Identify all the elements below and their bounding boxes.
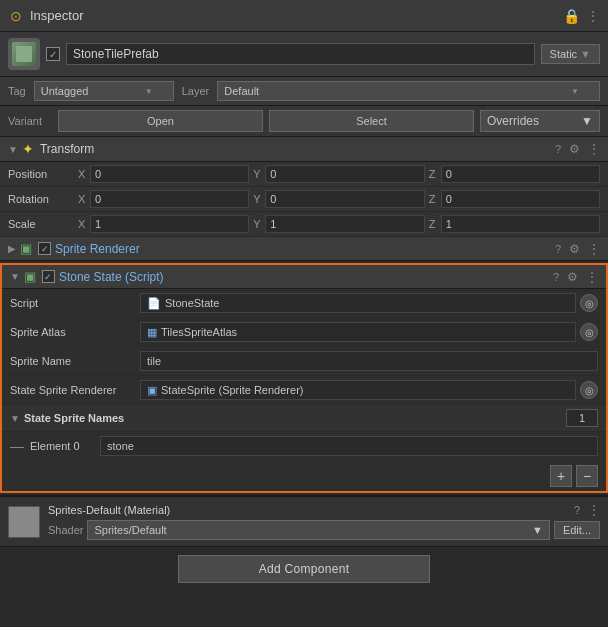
rotation-x[interactable] (90, 190, 249, 208)
stone-state-checkbox[interactable] (42, 270, 55, 283)
variant-row: Variant Open Select Overrides ▼ (0, 106, 608, 137)
state-sprite-names-header[interactable]: ▼ State Sprite Names 1 (2, 405, 606, 432)
script-obj-icon: 📄 (147, 297, 161, 310)
lock-icon[interactable]: 🔒 (563, 8, 580, 24)
object-active-checkbox[interactable] (46, 47, 60, 61)
scale-z[interactable] (441, 215, 600, 233)
sprite-atlas-label: Sprite Atlas (10, 326, 140, 338)
stone-state-menu-icon[interactable]: ⋮ (586, 270, 598, 284)
sprite-atlas-select-btn[interactable]: ◎ (580, 323, 598, 341)
script-value[interactable]: 📄 StoneState (140, 293, 576, 313)
sprite-renderer-help-icon[interactable]: ? (555, 243, 561, 255)
state-sprite-renderer-label: State Sprite Renderer (10, 384, 140, 396)
add-component-button[interactable]: Add Component (178, 555, 431, 583)
sprite-atlas-icon: ▦ (147, 326, 157, 339)
material-name: Sprites-Default (Material) (48, 504, 170, 516)
object-thumbnail (8, 38, 40, 70)
sprite-renderer-checkbox[interactable] (38, 242, 51, 255)
scale-row: Scale X Y Z (0, 212, 608, 237)
state-sprite-renderer-row: State Sprite Renderer ▣ StateSprite (Spr… (2, 376, 606, 405)
scale-y[interactable] (265, 215, 424, 233)
title-bar: ⊙ Inspector 🔒 ⋮ (0, 0, 608, 32)
position-z[interactable] (441, 165, 600, 183)
state-sprite-renderer-select-btn[interactable]: ◎ (580, 381, 598, 399)
tag-dropdown-arrow: ▼ (145, 87, 153, 96)
scale-x[interactable] (90, 215, 249, 233)
stone-state-section: ▼ ▣ Stone State (Script) ? ⚙ ⋮ Script 📄 … (0, 263, 608, 493)
rotation-y[interactable] (265, 190, 424, 208)
sprite-renderer-settings-icon[interactable]: ⚙ (569, 242, 580, 256)
array-footer: + − (2, 461, 606, 491)
transform-title: Transform (40, 142, 555, 156)
script-row: Script 📄 StoneState ◎ (2, 289, 606, 318)
element-0-input[interactable] (100, 436, 598, 456)
script-select-btn[interactable]: ◎ (580, 294, 598, 312)
stone-state-icon: ▣ (24, 269, 36, 284)
position-row: Position X Y Z (0, 162, 608, 187)
sprite-name-row: Sprite Name (2, 347, 606, 376)
stone-state-body: Script 📄 StoneState ◎ Sprite Atlas ▦ Til… (2, 289, 606, 491)
sprite-renderer-menu-icon[interactable]: ⋮ (588, 242, 600, 256)
sprite-atlas-row: Sprite Atlas ▦ TilesSpriteAtlas ◎ (2, 318, 606, 347)
array-collapse-arrow: ▼ (10, 413, 20, 424)
select-button[interactable]: Select (269, 110, 474, 132)
transform-body: Position X Y Z Rotation X Y Z Scale X Y … (0, 162, 608, 237)
script-label: Script (10, 297, 140, 309)
tag-layer-row: Tag Untagged ▼ Layer Default ▼ (0, 77, 608, 106)
tag-dropdown[interactable]: Untagged ▼ (34, 81, 174, 101)
material-row: Sprites-Default (Material) ? ⋮ Shader Sp… (8, 503, 600, 540)
sprite-renderer-title: Sprite Renderer (55, 242, 555, 256)
transform-menu-icon[interactable]: ⋮ (588, 142, 600, 156)
transform-settings-icon[interactable]: ⚙ (569, 142, 580, 156)
material-section: Sprites-Default (Material) ? ⋮ Shader Sp… (0, 495, 608, 546)
rotation-z[interactable] (441, 190, 600, 208)
menu-icon[interactable]: ⋮ (586, 8, 600, 24)
material-menu-icon[interactable]: ⋮ (588, 503, 600, 517)
state-sprite-renderer-value[interactable]: ▣ StateSprite (Sprite Renderer) (140, 380, 576, 400)
element-0-label: Element 0 (30, 440, 100, 452)
state-sprite-renderer-icon: ▣ (147, 384, 157, 397)
sprite-name-label: Sprite Name (10, 355, 140, 367)
tag-label: Tag (8, 85, 26, 97)
material-thumbnail (8, 506, 40, 538)
open-button[interactable]: Open (58, 110, 263, 132)
rotation-row: Rotation X Y Z (0, 187, 608, 212)
layer-dropdown[interactable]: Default ▼ (217, 81, 600, 101)
shader-dropdown[interactable]: Sprites/Default ▼ (87, 520, 549, 540)
array-count[interactable]: 1 (566, 409, 598, 427)
edit-button[interactable]: Edit... (554, 521, 600, 539)
element-dash: — (10, 438, 24, 454)
shader-dropdown-arrow: ▼ (532, 524, 543, 536)
inspector-icon: ⊙ (8, 8, 24, 24)
position-x[interactable] (90, 165, 249, 183)
stone-state-title: Stone State (Script) (59, 270, 553, 284)
material-help-icon[interactable]: ? (574, 504, 580, 516)
object-header: Static ▼ (0, 32, 608, 77)
array-remove-button[interactable]: − (576, 465, 598, 487)
stone-state-help-icon[interactable]: ? (553, 271, 559, 283)
transform-section-header[interactable]: ▼ ✦ Transform ? ⚙ ⋮ (0, 137, 608, 162)
stone-state-settings-icon[interactable]: ⚙ (567, 270, 578, 284)
overrides-button[interactable]: Overrides ▼ (480, 110, 600, 132)
rotation-label: Rotation (8, 193, 78, 205)
inspector-title: Inspector (30, 8, 83, 23)
sprite-name-input[interactable] (140, 351, 598, 371)
sprite-renderer-header[interactable]: ▶ ▣ Sprite Renderer ? ⚙ ⋮ (0, 237, 608, 261)
static-button[interactable]: Static ▼ (541, 44, 600, 64)
shader-row: Shader Sprites/Default ▼ Edit... (48, 520, 600, 540)
static-dropdown-arrow: ▼ (580, 48, 591, 60)
layer-dropdown-arrow: ▼ (571, 87, 579, 96)
material-info: Sprites-Default (Material) ? ⋮ Shader Sp… (48, 503, 600, 540)
sprite-renderer-arrow: ▶ (8, 243, 16, 254)
sprite-atlas-value[interactable]: ▦ TilesSpriteAtlas (140, 322, 576, 342)
stone-state-header[interactable]: ▼ ▣ Stone State (Script) ? ⚙ ⋮ (2, 265, 606, 289)
object-name-input[interactable] (66, 43, 535, 65)
transform-collapse-arrow: ▼ (8, 144, 18, 155)
transform-help-icon[interactable]: ? (555, 143, 561, 155)
position-label: Position (8, 168, 78, 180)
position-xyz: X Y Z (78, 165, 600, 183)
array-add-button[interactable]: + (550, 465, 572, 487)
position-y[interactable] (265, 165, 424, 183)
layer-label: Layer (182, 85, 210, 97)
element-0-row: — Element 0 (2, 432, 606, 461)
